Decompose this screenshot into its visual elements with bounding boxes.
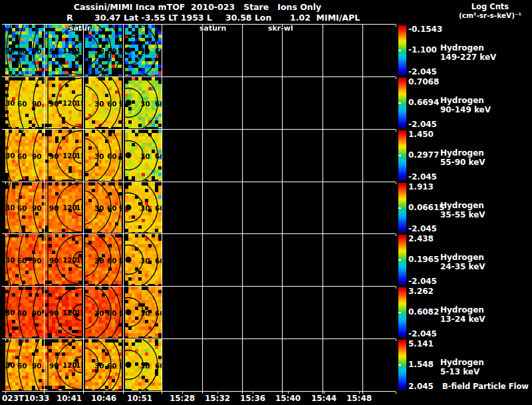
contour-angle-label: 120: [63, 361, 77, 369]
axis-tick: [362, 287, 363, 289]
axis-tick: [83, 339, 84, 341]
contour-angle-label: 60: [17, 100, 27, 108]
contour-angle-label: 60: [107, 47, 117, 55]
y-axis-tick: [2, 129, 5, 130]
axis-tick: [5, 25, 6, 27]
panel-2-species-label: Hydrogen: [440, 96, 484, 105]
flow-direction-dot: [126, 362, 132, 368]
axis-tick: [202, 339, 203, 341]
axis-tick: [162, 234, 162, 236]
axis-tick: [242, 25, 243, 27]
contour-angle-label: 60: [155, 47, 162, 55]
axis-tick: [242, 130, 243, 132]
y-axis-tick: [2, 182, 5, 182]
axis-tick: [242, 392, 243, 394]
axis-tick: [123, 130, 124, 132]
axis-tick: [162, 182, 162, 184]
axis-tick: [123, 234, 124, 236]
axis-tick: [202, 287, 203, 289]
x-axis-tick: [217, 392, 218, 394]
panel-5-colorbar-mid: 0.1965: [408, 255, 439, 264]
panel-3-colorbar-mid: 0.2977: [408, 150, 439, 160]
axis-tick: [282, 182, 283, 184]
y-axis-tick: [2, 76, 5, 77]
contour-angle-label: 30: [94, 152, 104, 160]
time-tick-label-6: 15:36: [240, 394, 265, 403]
panel-boundary-line: [5, 391, 396, 392]
axis-tick: [242, 339, 243, 341]
axis-tick: [362, 130, 363, 132]
panel-1-species-label: Hydrogen: [440, 43, 484, 53]
axis-tick: [362, 339, 363, 341]
r-label: R: [66, 13, 73, 23]
time-tick-label-5: 15:32: [205, 394, 230, 403]
time-tick-label-3: 10:51: [127, 394, 152, 403]
axis-tick: [83, 77, 84, 79]
contour-angle-label: 60: [155, 309, 162, 317]
panel-2-colorbar-min: -2.045: [408, 120, 437, 129]
contour-angle-label: 120: [63, 47, 77, 55]
panel-1-energy-label: 149-227 keV: [440, 53, 496, 62]
contour-angle-label: 90: [32, 257, 42, 265]
contour-angle-label: 60: [17, 309, 27, 317]
contour-angle-label: 30: [5, 361, 15, 369]
contour-angle-label: 30: [140, 309, 150, 317]
contour-angle-label: 60: [17, 362, 27, 370]
contour-angle-label: 30: [140, 47, 150, 55]
contour-angle-label: 30: [94, 309, 104, 317]
panel-6-colorbar-max: 3.262: [408, 287, 434, 296]
flow-direction-dot: [126, 100, 132, 106]
time-tick-label-2: 10:46: [91, 394, 116, 403]
panel-7-colorbar-min: 2.045: [408, 382, 434, 391]
contour-angle-label: 30: [94, 362, 104, 370]
x-axis-tick: [253, 392, 253, 394]
axis-tick: [44, 77, 45, 79]
panel-4-colorbar-max: 1.913: [408, 182, 434, 192]
flow-direction-dot: [126, 152, 132, 158]
contour-angle-label: 60: [155, 362, 162, 370]
panel-5-colorbar-mid-tick: [398, 259, 401, 261]
contour-angle-label: 30: [140, 257, 150, 265]
contour-angle-label: 30: [94, 257, 104, 265]
panel-boundary-line: [5, 129, 396, 130]
panel-7-colorbar-mid-tick: [398, 364, 401, 366]
axis-tick: [44, 339, 45, 341]
axis-tick: [242, 182, 243, 184]
event-tick: [282, 24, 283, 27]
panel-6-colorbar-mid: 0.6082: [408, 307, 439, 317]
axis-tick: [282, 339, 283, 341]
bfield-flow-note: B-field Particle Flow: [442, 382, 529, 391]
panel-7-species-label: Hydrogen: [440, 358, 484, 367]
event-tick: [82, 24, 83, 27]
axis-tick: [162, 392, 162, 394]
axis-tick: [282, 392, 283, 394]
axis-tick: [162, 287, 162, 289]
y-axis-tick: [2, 24, 5, 25]
axis-tick: [323, 287, 323, 289]
x-axis-tick: [140, 392, 140, 394]
x-axis-tick: [324, 392, 325, 394]
panel-4-species-label: Hydrogen: [440, 201, 484, 210]
panel-boundary-line: [5, 182, 396, 182]
contour-angle-label: 90: [49, 204, 59, 212]
contour-angle-label: 90: [32, 204, 42, 212]
axis-tick: [44, 392, 45, 394]
axis-tick: [123, 339, 124, 341]
x-axis-tick: [69, 392, 70, 394]
axis-tick: [323, 25, 323, 27]
axis-tick: [5, 234, 6, 236]
time-tick-label-4: 15:28: [170, 394, 195, 403]
axis-tick: [323, 130, 323, 132]
axis-tick: [396, 77, 396, 79]
axis-tick: [396, 25, 396, 27]
contour-angle-label: 60: [155, 152, 162, 160]
y-axis-tick: [2, 286, 5, 287]
axis-tick: [396, 339, 396, 341]
axis-tick: [323, 234, 323, 236]
contour-angle-label: 30: [5, 152, 15, 160]
contour-angle-label: 90: [49, 309, 59, 317]
contour-angle-label: 120: [63, 256, 77, 264]
flow-direction-dot: [126, 47, 132, 53]
axis-tick: [5, 287, 6, 289]
contour-angle-label: 60: [155, 100, 162, 108]
